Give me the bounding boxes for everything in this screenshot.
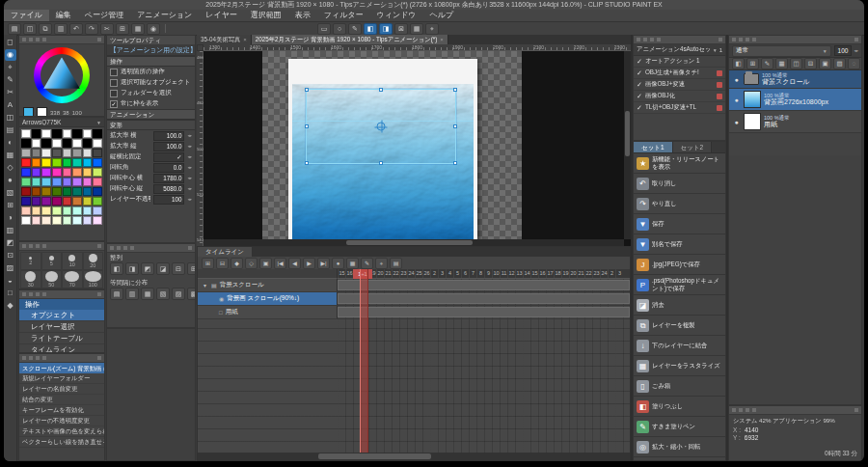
color-swatch[interactable]	[32, 187, 41, 196]
tool-icon[interactable]: ⊞	[5, 200, 16, 211]
artwork-blue-texture[interactable]	[292, 84, 474, 246]
chevron-down-icon[interactable]: ▼	[96, 120, 101, 125]
menu-item[interactable]: ヘルプ	[423, 10, 461, 21]
menu-item[interactable]: レイヤー	[199, 10, 244, 21]
align-button[interactable]: ▩	[187, 288, 196, 300]
command-icon[interactable]: ✂	[100, 23, 114, 35]
tool-icon[interactable]: ◆	[5, 300, 16, 312]
layer-tool-icon[interactable]: ⊞	[746, 58, 759, 69]
history-item[interactable]: 結合の変更	[19, 395, 104, 405]
color-swatch[interactable]	[83, 149, 93, 157]
color-swatch[interactable]	[63, 187, 72, 196]
tool-preset-name[interactable]: 【アニメーション用の設定】	[107, 44, 195, 56]
transform-param-row[interactable]: 回転中心 横 1780.0 ◂▸	[107, 173, 195, 183]
quick-access-item[interactable]: ◪ 消去	[634, 295, 725, 316]
align-button[interactable]: ⊟	[172, 262, 185, 275]
timeline-tool-icon[interactable]: ▤	[390, 258, 402, 269]
layer-name[interactable]: 背景スクロール	[762, 78, 858, 86]
transform-handle[interactable]	[305, 161, 309, 165]
checkbox[interactable]: ✓	[110, 100, 118, 108]
param-value-field[interactable]: 100.0	[153, 142, 184, 151]
color-swatch[interactable]	[93, 206, 102, 215]
color-swatch[interactable]	[63, 168, 72, 177]
close-icon[interactable]: ×	[243, 37, 247, 42]
quick-access-item[interactable]: ✎ すきま塗りペン	[634, 417, 725, 437]
document-tab[interactable]: 2025年2月ステージ 背景動画 1920 × 1080 - Tipsアニメーシ…	[252, 35, 448, 44]
quick-access-item[interactable]: ▯ ごみ箱	[634, 376, 725, 397]
history-item[interactable]: キーフレームを有効化	[19, 405, 104, 416]
stepper-arrows[interactable]: ◂▸	[187, 165, 192, 170]
color-swatch[interactable]	[32, 197, 41, 206]
tool-property-row[interactable]: 選択可能なオブジェクト	[107, 77, 195, 88]
layer-thumbnail[interactable]	[744, 91, 761, 108]
command-icon[interactable]: ↶	[69, 23, 83, 35]
color-swatch[interactable]	[83, 187, 93, 196]
color-swatch[interactable]	[52, 158, 62, 167]
color-swatch[interactable]	[83, 158, 93, 167]
align-button[interactable]: ▤	[110, 288, 123, 300]
auto-action-item[interactable]: ✓ 画像OBJ化	[634, 91, 725, 102]
auto-action-item[interactable]: ✓ OBJ生成+画像タチ!	[634, 68, 725, 79]
layer-row[interactable]: ● 100 %通常 用紙	[729, 111, 861, 133]
color-swatch[interactable]	[52, 129, 62, 138]
subtool-item[interactable]: レイヤー選択	[19, 321, 104, 333]
track-clip-bar[interactable]	[338, 280, 630, 290]
color-swatch[interactable]	[63, 197, 72, 206]
transform-param-row[interactable]: 回転角 0.0 ◂▸	[107, 162, 195, 173]
color-swatch[interactable]	[93, 168, 102, 177]
transform-handle[interactable]	[453, 124, 457, 128]
check-icon[interactable]: ✓	[637, 81, 642, 89]
check-icon[interactable]: ✓	[637, 104, 642, 112]
align-button[interactable]: ▥	[125, 288, 139, 300]
tool-icon[interactable]: ⌖	[5, 62, 16, 73]
color-swatch[interactable]	[83, 197, 93, 206]
tool-icon[interactable]: ▨	[5, 262, 16, 274]
command-icon[interactable]: ⊠	[394, 23, 408, 35]
opacity-value-field[interactable]: 100	[834, 45, 853, 56]
layer-tool-icon[interactable]: ▣	[819, 58, 831, 69]
history-item[interactable]: レイヤーの名前変更	[19, 384, 104, 395]
color-swatch[interactable]	[21, 216, 31, 225]
color-swatch[interactable]	[52, 178, 62, 186]
checkbox[interactable]	[110, 79, 118, 87]
timeline-frame-ruler[interactable]: 1516171819202122232425262345678910111213…	[338, 269, 630, 279]
color-swatch[interactable]	[52, 206, 62, 215]
color-swatch[interactable]	[21, 178, 31, 186]
color-swatch[interactable]	[32, 178, 41, 186]
brush-size-option[interactable]: 100	[83, 270, 104, 288]
color-swatch[interactable]	[52, 216, 62, 225]
expander-icon[interactable]: ▾	[203, 282, 208, 288]
check-icon[interactable]: ✓	[637, 93, 642, 100]
color-swatch[interactable]	[63, 158, 72, 167]
menu-item[interactable]: ウィンドウ	[370, 10, 423, 21]
checkbox[interactable]	[110, 69, 118, 76]
tool-icon[interactable]: ◻	[5, 37, 16, 48]
tool-icon[interactable]: ◩	[5, 237, 16, 249]
tool-property-row[interactable]: フォルダーを選択	[107, 88, 195, 98]
command-icon[interactable]: ▤	[8, 23, 21, 35]
scrollbar-thumb[interactable]	[625, 111, 630, 156]
align-button[interactable]: ⊞	[187, 262, 196, 275]
visibility-eye-icon[interactable]: ●	[732, 96, 741, 103]
stepper-arrows[interactable]: ◂▸	[187, 144, 192, 149]
tool-icon[interactable]: ●	[5, 175, 16, 186]
timeline-track-row[interactable]: ◉ 背景画 スクロール(90%↓)	[198, 292, 630, 306]
tool-property-row[interactable]: 透明箇所の操作	[107, 67, 195, 77]
color-swatch[interactable]	[63, 216, 72, 225]
menu-item[interactable]: 編集	[49, 10, 78, 21]
secondary-color-chip[interactable]	[37, 107, 47, 117]
track-name[interactable]: □ 用紙	[198, 306, 338, 318]
timeline-tool-icon[interactable]: ◆	[231, 258, 243, 269]
color-swatch[interactable]	[72, 216, 82, 225]
color-swatch[interactable]	[41, 206, 51, 215]
panel-tab-strip[interactable]	[107, 244, 195, 253]
color-swatch[interactable]	[21, 149, 31, 157]
align-button[interactable]: ◪	[156, 262, 170, 275]
color-swatch[interactable]	[32, 206, 41, 215]
color-swatch[interactable]	[83, 178, 93, 186]
tool-icon[interactable]: ✂	[5, 87, 16, 98]
quick-access-item[interactable]: ▦ レイヤーをラスタライズ	[634, 356, 725, 376]
align-button[interactable]: ▦	[141, 288, 154, 300]
layer-tool-icon[interactable]: ◌	[848, 58, 860, 69]
subtool-item[interactable]: ライトテーブル	[19, 333, 104, 344]
